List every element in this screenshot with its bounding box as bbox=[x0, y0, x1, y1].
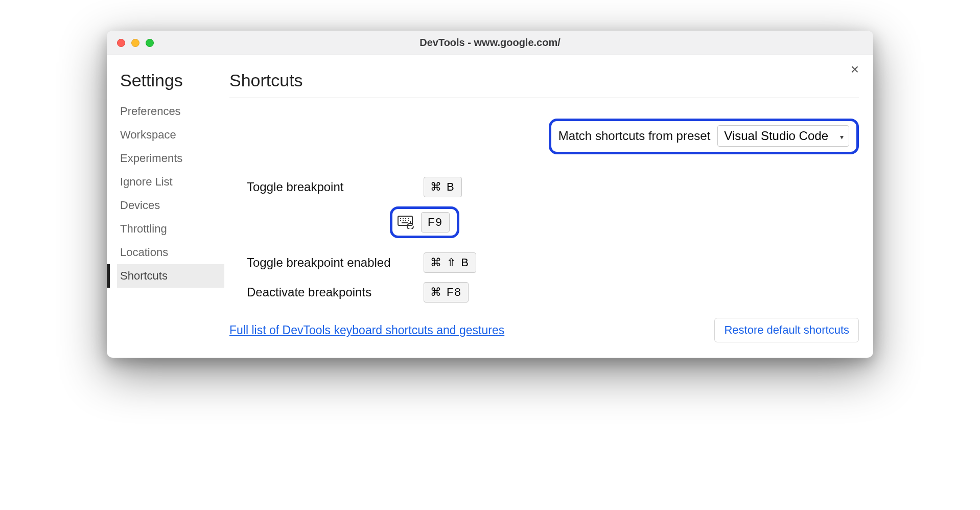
devtools-settings-window: DevTools - www.google.com/ × Settings Pr… bbox=[107, 31, 873, 358]
window-minimize-button[interactable] bbox=[131, 39, 139, 47]
sidebar-item-devices[interactable]: Devices bbox=[117, 194, 224, 217]
sidebar-item-workspace[interactable]: Workspace bbox=[117, 123, 224, 147]
shortcut-row-f9: F9 bbox=[390, 206, 859, 238]
shortcut-row-toggle-breakpoint-enabled: Toggle breakpoint enabled ⌘ ⇧ B bbox=[229, 252, 859, 273]
sidebar-item-locations[interactable]: Locations bbox=[117, 241, 224, 264]
sidebar-item-shortcuts[interactable]: Shortcuts bbox=[117, 264, 224, 288]
sidebar-title: Settings bbox=[120, 71, 224, 90]
preset-select-value: Visual Studio Code bbox=[724, 129, 828, 143]
preset-label: Match shortcuts from preset bbox=[558, 129, 710, 143]
full-shortcuts-link[interactable]: Full list of DevTools keyboard shortcuts… bbox=[229, 323, 504, 337]
preset-highlight: Match shortcuts from preset Visual Studi… bbox=[549, 119, 859, 154]
window-close-button[interactable] bbox=[117, 39, 125, 47]
key-chip: ⌘ F8 bbox=[424, 282, 469, 303]
key-chip: F9 bbox=[421, 212, 450, 233]
shortcut-label: Deactivate breakpoints bbox=[229, 285, 424, 299]
key-chip: ⌘ B bbox=[424, 177, 462, 197]
shortcut-keys: ⌘ F8 bbox=[424, 282, 469, 303]
titlebar: DevTools - www.google.com/ bbox=[107, 31, 873, 55]
preset-row: Match shortcuts from preset Visual Studi… bbox=[229, 119, 859, 154]
sidebar-item-experiments[interactable]: Experiments bbox=[117, 147, 224, 170]
chevron-down-icon: ▾ bbox=[840, 133, 844, 141]
shortcut-label: Toggle breakpoint bbox=[229, 180, 424, 194]
shortcut-label: Toggle breakpoint enabled bbox=[229, 256, 424, 270]
page-heading: Shortcuts bbox=[229, 71, 859, 90]
traffic-lights bbox=[117, 39, 154, 47]
preset-select[interactable]: Visual Studio Code ▾ bbox=[717, 125, 849, 147]
shortcut-row-toggle-breakpoint: Toggle breakpoint ⌘ B bbox=[229, 177, 859, 197]
shortcut-row-deactivate-breakpoints: Deactivate breakpoints ⌘ F8 bbox=[229, 282, 859, 303]
window-title: DevTools - www.google.com/ bbox=[107, 37, 873, 49]
f9-highlight: F9 bbox=[390, 206, 459, 238]
keyboard-reset-icon[interactable] bbox=[398, 216, 416, 229]
sidebar-item-preferences[interactable]: Preferences bbox=[117, 100, 224, 123]
sidebar-item-ignore-list[interactable]: Ignore List bbox=[117, 170, 224, 194]
key-chip: ⌘ ⇧ B bbox=[424, 252, 476, 273]
window-maximize-button[interactable] bbox=[146, 39, 154, 47]
restore-defaults-button[interactable]: Restore default shortcuts bbox=[714, 318, 859, 342]
sidebar-item-throttling[interactable]: Throttling bbox=[117, 217, 224, 241]
settings-sidebar: Settings Preferences Workspace Experimen… bbox=[107, 71, 224, 342]
shortcut-keys: ⌘ ⇧ B bbox=[424, 252, 476, 273]
divider bbox=[229, 98, 859, 98]
footer: Full list of DevTools keyboard shortcuts… bbox=[229, 318, 859, 342]
main-panel: Shortcuts Match shortcuts from preset Vi… bbox=[224, 71, 873, 342]
shortcut-list: Toggle breakpoint ⌘ B bbox=[229, 177, 859, 303]
shortcut-keys: ⌘ B bbox=[424, 177, 462, 197]
